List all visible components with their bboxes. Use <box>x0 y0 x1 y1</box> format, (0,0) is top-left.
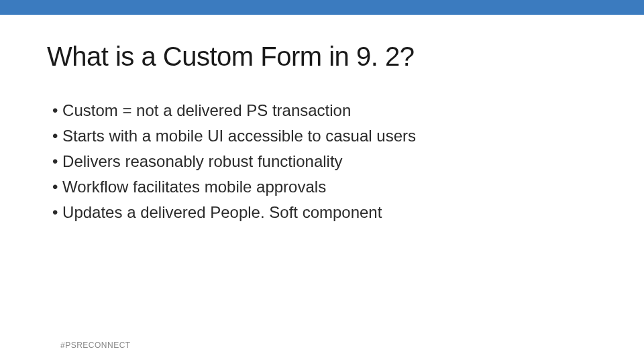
list-item: Custom = not a delivered PS transaction <box>52 99 597 123</box>
footer-hashtag: #PSRECONNECT <box>60 341 131 350</box>
slide-title: What is a Custom Form in 9. 2? <box>47 42 597 72</box>
top-accent-bar <box>0 0 644 15</box>
list-item: Updates a delivered People. Soft compone… <box>52 200 597 225</box>
slide-content: What is a Custom Form in 9. 2? Custom = … <box>0 15 644 225</box>
list-item: Delivers reasonably robust functionality <box>52 149 597 174</box>
bullet-list: Custom = not a delivered PS transaction … <box>47 99 597 225</box>
list-item: Starts with a mobile UI accessible to ca… <box>52 124 597 148</box>
list-item: Workflow facilitates mobile approvals <box>52 175 597 199</box>
